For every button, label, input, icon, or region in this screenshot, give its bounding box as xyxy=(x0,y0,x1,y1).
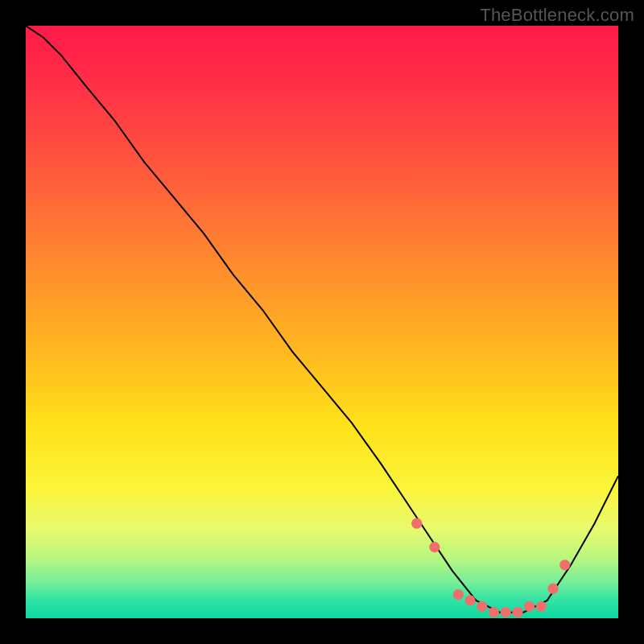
marker-dot xyxy=(536,601,547,612)
plot-area xyxy=(26,26,618,618)
marker-dot xyxy=(501,607,511,617)
marker-dot xyxy=(547,584,558,594)
marker-dot xyxy=(453,589,464,600)
chart-frame: TheBottleneck.com xyxy=(0,0,644,644)
curve-svg xyxy=(26,26,618,618)
marker-dot xyxy=(524,601,535,612)
marker-dot xyxy=(429,542,440,552)
marker-group xyxy=(411,518,570,618)
marker-dot xyxy=(411,518,422,529)
marker-dot xyxy=(477,601,487,612)
marker-dot xyxy=(512,607,522,617)
marker-dot xyxy=(559,559,570,570)
marker-dot xyxy=(489,607,499,617)
watermark-text: TheBottleneck.com xyxy=(480,5,634,26)
bottleneck-curve-path xyxy=(26,26,618,613)
marker-dot xyxy=(464,595,475,605)
